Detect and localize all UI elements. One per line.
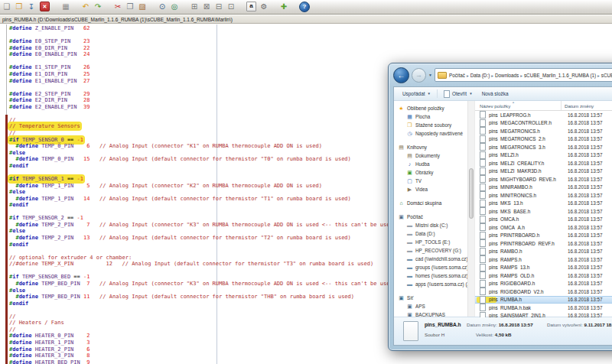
table-row[interactable]: pins_MEGACONTROLLER.h16.8.2018 13:57 bbox=[475, 119, 612, 128]
sidebar-item-hp-tools-e-[interactable]: ▬HP_TOOLS (E:) bbox=[394, 238, 474, 246]
save-file-icon[interactable]: ↧ bbox=[25, 2, 37, 13]
highlight-marker: #if TEMP_SENSOR_1 == -1 bbox=[9, 176, 83, 182]
sidebar-item-po-ta-[interactable]: ▣Počítač bbox=[394, 213, 474, 221]
table-row[interactable]: pins_MELZI.h16.8.2018 13:57 bbox=[475, 151, 612, 160]
sidebar-item-obl-ben-polo-ky[interactable]: ★Oblíbené položky bbox=[394, 104, 474, 112]
sidebar-item-tv[interactable]: ▢TV bbox=[394, 177, 474, 185]
table-row[interactable]: pins_MELZI_MAKR3D.h16.8.2018 13:57 bbox=[475, 167, 612, 176]
open-file-icon[interactable]: ❒ bbox=[13, 2, 25, 13]
sidebar-item-label: Místní disk (C:) bbox=[415, 223, 448, 228]
table-row[interactable]: pins_MINITRONICS.h16.8.2018 13:57 bbox=[475, 191, 612, 200]
sidebar-item-s-[interactable]: ▣Síť bbox=[394, 294, 474, 302]
scrollbar-thumb[interactable] bbox=[469, 168, 474, 219]
sidebar-item-videa[interactable]: ▶Videa bbox=[394, 185, 474, 193]
breadcrumb-item[interactable]: Downloads bbox=[494, 73, 519, 78]
sidebar-item-plocha[interactable]: ▦Plocha bbox=[394, 112, 474, 121]
file-name: pins_RAMPS.h bbox=[489, 257, 565, 262]
editor-tab[interactable]: pins_RUMBA.h (D:\Downloads\sCUBE_Marlin_… bbox=[0, 15, 612, 24]
file-icon bbox=[480, 119, 486, 127]
sidebar-item-cad-windchill-soma-cz-[interactable]: ▬cad (\\windchill.soma.cz) bbox=[394, 255, 474, 263]
table-row[interactable]: pins_RIGIDBOARD_V2.h16.8.2018 13:57 bbox=[475, 288, 612, 296]
back-button[interactable]: ← bbox=[393, 67, 409, 83]
table-row[interactable]: pins_MIGHTYBOARD_REVE.h16.8.2018 13:57 bbox=[475, 175, 612, 184]
sidebar-item-obr-zky[interactable]: ▣Obrázky bbox=[394, 168, 474, 177]
table-row[interactable]: pins_MKS_BASE.h16.8.2018 13:57 bbox=[475, 207, 612, 216]
table-row[interactable]: pins_MEGATRONICS_2.h16.8.2018 13:57 bbox=[475, 135, 612, 144]
copy-icon[interactable]: ❐ bbox=[124, 2, 136, 13]
data-disk-icon: ▬ bbox=[406, 231, 413, 236]
address-bar[interactable]: Počítač▸Data (D:)▸Downloads▸sCUBE_Marlin… bbox=[435, 68, 612, 82]
breadcrumb-item[interactable]: Počítač bbox=[448, 73, 466, 78]
table-row[interactable]: pins_RUMBA.h16.8.2018 13:57 bbox=[475, 296, 612, 304]
table-row[interactable]: pins_MINIRAMBO.h16.8.2018 13:57 bbox=[475, 184, 612, 192]
file-icon bbox=[444, 90, 450, 98]
column-header-date[interactable]: Datum změny bbox=[562, 101, 612, 110]
table-row[interactable]: pins_RAMPS_13.h16.8.2018 13:57 bbox=[475, 264, 612, 272]
sidebar-item-homes-users-soma-cz-[interactable]: ▬homes (\\users.soma.cz) bbox=[394, 271, 474, 280]
table-row[interactable]: pins_LEAPFROG.h16.8.2018 13:57 bbox=[475, 111, 612, 119]
table-row[interactable]: pins_MEGATRONICS_3.h16.8.2018 13:57 bbox=[475, 143, 612, 151]
sidebar-item-dom-c-skupina[interactable]: ⌂Domácí skupina bbox=[394, 199, 474, 207]
history-dropdown-icon[interactable]: ▼ bbox=[428, 73, 432, 77]
table-row[interactable]: pins_OMCA_A.h16.8.2018 13:57 bbox=[475, 223, 612, 232]
table-row[interactable]: pins_OMCA.h16.8.2018 13:57 bbox=[475, 216, 612, 224]
table-row[interactable]: pins_MELZI_CREALITY.h16.8.2018 13:57 bbox=[475, 159, 612, 167]
table-row[interactable]: pins_RAMPS_OLD.h16.8.2018 13:57 bbox=[475, 271, 612, 280]
code-line: #define Z_ENABLE_PIN 62 bbox=[9, 25, 612, 32]
sidebar-item-label: TV bbox=[415, 178, 422, 184]
cut-icon[interactable]: ✂ bbox=[112, 2, 124, 13]
table-row[interactable]: pins_RUMBA.h.bak16.8.2018 13:57 bbox=[475, 304, 612, 312]
new-file-icon[interactable]: ❑ bbox=[1, 2, 13, 13]
table-row[interactable]: pins_PRINTRBOARD.h16.8.2018 13:57 bbox=[475, 232, 612, 240]
sidebar-item-dokumenty[interactable]: ▤Dokumenty bbox=[394, 151, 474, 160]
table-row[interactable]: pins_PRINTRBOARD_REVF.h16.8.2018 13:57 bbox=[475, 239, 612, 248]
sort-arrow-icon: ▲ bbox=[512, 101, 515, 104]
sidebar-item-naposledy-nav-t-ven-[interactable]: ◷Naposledy navštívené bbox=[394, 129, 474, 138]
table-row[interactable]: pins_MEGATRONICS.h16.8.2018 13:57 bbox=[475, 127, 612, 135]
sidebar-item-sta-en-soubory[interactable]: ❒Stažené soubory bbox=[394, 121, 474, 129]
network-drive-icon: ▬ bbox=[406, 256, 413, 262]
sidebar-item-m-stn-disk-c-[interactable]: ▬Místní disk (C:) bbox=[394, 221, 474, 229]
undo-icon[interactable]: ↶ bbox=[80, 2, 92, 13]
table-row[interactable]: pins_MKS_13.h16.8.2018 13:57 bbox=[475, 200, 612, 208]
new-window-icon[interactable]: ⊞ bbox=[188, 2, 200, 13]
table-row[interactable]: pins_RIGIDBOARD.h16.8.2018 13:57 bbox=[475, 280, 612, 288]
breadcrumb-item[interactable]: Data (D:) bbox=[470, 73, 491, 78]
close-file-icon[interactable]: ✕ bbox=[40, 2, 50, 11]
open-button[interactable]: Otevřít ▼ bbox=[439, 89, 477, 99]
column-header-name[interactable]: Název položky ▲ bbox=[475, 101, 562, 110]
table-row[interactable]: pins_SAINSMART_2IN1.h16.8.2018 13:57 bbox=[475, 312, 612, 318]
sidebar-item-apps-users-soma-cz-z[interactable]: ▬apps (\\users.soma.cz) (Z bbox=[394, 280, 474, 288]
sidebar-item-hp-recovery-g-[interactable]: ▬HP_RECOVERY (G:) bbox=[394, 246, 474, 255]
maximize-window-icon[interactable]: ⊠ bbox=[200, 2, 213, 13]
breadcrumb-item[interactable]: sCUBE_M bbox=[601, 73, 612, 78]
sidebar-item-knihovny[interactable]: ▤Knihovny bbox=[394, 143, 474, 151]
paste-icon[interactable]: ▨ bbox=[136, 2, 148, 13]
print-icon[interactable]: ▦ bbox=[60, 2, 72, 13]
plugins-icon[interactable]: ✚ bbox=[278, 2, 290, 13]
redo-icon[interactable]: ↷ bbox=[92, 2, 104, 13]
settings-icon[interactable]: ⚙ bbox=[258, 2, 270, 13]
sidebar-scrollbar[interactable] bbox=[467, 101, 474, 317]
forward-button[interactable]: → bbox=[412, 68, 426, 83]
toolbar-group: ✂❐▨ bbox=[112, 2, 148, 13]
file-name: pins_OMCA.h bbox=[489, 216, 565, 222]
sidebar-item-hudba[interactable]: ♪Hudba bbox=[394, 160, 474, 168]
split-horizontal-icon[interactable]: ⊟ bbox=[213, 2, 225, 13]
table-row[interactable]: pins_RAMBO.h16.8.2018 13:57 bbox=[475, 248, 612, 256]
split-vertical-icon[interactable]: ⊡ bbox=[225, 2, 237, 13]
table-row[interactable]: pins_RAMPS.h16.8.2018 13:57 bbox=[475, 255, 612, 264]
search-files-icon[interactable]: ◎ bbox=[168, 2, 181, 13]
file-date: 16.8.2018 13:57 bbox=[565, 305, 612, 310]
breadcrumb-item[interactable]: sCUBE_Marlin_1.1.6_RUMBA (1) bbox=[523, 73, 597, 78]
sidebar-item-label: Knihovny bbox=[407, 145, 427, 150]
file-date: 16.8.2018 13:57 bbox=[565, 136, 612, 141]
new-folder-button[interactable]: Nová složka bbox=[477, 89, 513, 99]
organize-button[interactable]: Uspořádat ▼ bbox=[398, 89, 435, 99]
search-icon[interactable]: ⊙ bbox=[156, 2, 168, 13]
help-icon[interactable]: ? bbox=[299, 2, 310, 12]
sidebar-item-groups-users-soma-cz-[interactable]: ▬groups (\\users.soma.cz) bbox=[394, 263, 474, 271]
font-icon[interactable]: a bbox=[246, 2, 256, 11]
sidebar-item-data-d-[interactable]: ▬Data (D:) bbox=[394, 229, 474, 238]
sidebar-item-aps[interactable]: ▣APS bbox=[394, 302, 474, 310]
